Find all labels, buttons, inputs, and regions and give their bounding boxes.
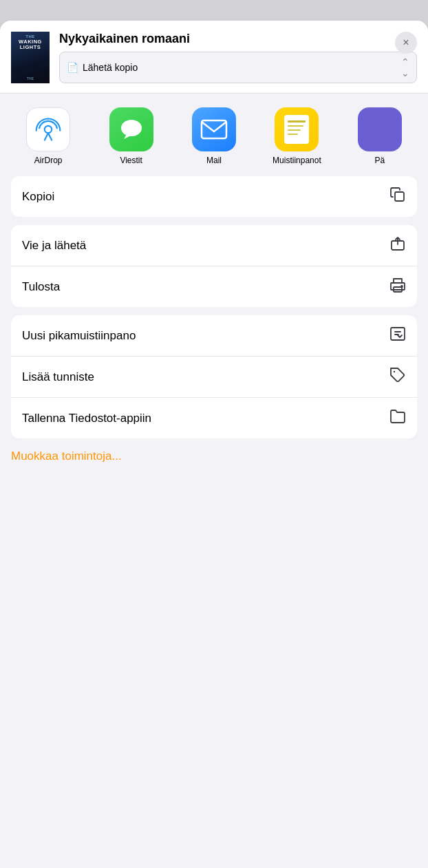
notes-line2: [288, 125, 303, 127]
close-button[interactable]: ×: [395, 32, 417, 54]
tag-action[interactable]: Lisää tunniste: [11, 357, 417, 398]
svg-line-1: [45, 133, 48, 140]
notes-icon-bg: [275, 107, 319, 151]
notes-line4: [288, 134, 297, 135]
messages-icon-bg: [109, 107, 153, 151]
action-group-1: Kopioi: [11, 176, 417, 217]
svg-point-0: [45, 126, 52, 133]
app-partial[interactable]: Pä: [339, 107, 421, 165]
copy-icon: [389, 187, 406, 207]
mail-label: Mail: [206, 156, 222, 165]
share-sheet: THE WAKINGLIGHTS THE Nykyaikainen romaan…: [0, 21, 428, 868]
svg-line-2: [48, 133, 52, 140]
quicknote-icon: [389, 326, 406, 346]
action-group-2: Vie ja lähetä Tulosta: [11, 225, 417, 307]
notes-pad: [284, 115, 309, 144]
files-icon: [389, 408, 406, 428]
export-label: Vie ja lähetä: [22, 239, 86, 253]
print-action[interactable]: Tulosta: [11, 266, 417, 307]
close-icon: ×: [403, 36, 409, 49]
app-messages[interactable]: Viestit: [89, 107, 172, 165]
files-action[interactable]: Tallenna Tiedostot-appiin: [11, 398, 417, 438]
header-info: Nykyaikainen romaani 📄 Lähetä kopio ⌃⌄: [59, 32, 417, 83]
app-notes[interactable]: Muistiinpanot: [255, 107, 338, 165]
apps-row: AirDrop Viestit Mail: [7, 107, 421, 165]
send-copy-button[interactable]: 📄 Lähetä kopio ⌃⌄: [59, 52, 417, 83]
apps-section: AirDrop Viestit Mail: [0, 94, 428, 176]
book-line2: WAKINGLIGHTS: [12, 39, 48, 51]
chevron-updown-icon: ⌃⌄: [401, 56, 409, 78]
export-action[interactable]: Vie ja lähetä: [11, 225, 417, 266]
quicknote-action[interactable]: Uusi pikamuistiinpano: [11, 315, 417, 357]
app-airdrop[interactable]: AirDrop: [7, 107, 89, 165]
tag-label: Lisää tunniste: [22, 370, 94, 384]
mail-icon-bg: [192, 107, 236, 151]
export-icon: [389, 235, 406, 255]
edit-actions-label: Muokkaa toimintoja...: [11, 449, 122, 463]
svg-rect-5: [202, 120, 226, 138]
mail-svg-icon: [200, 119, 228, 140]
airdrop-icon-bg: [26, 107, 70, 151]
book-cover: THE WAKINGLIGHTS THE: [11, 32, 50, 83]
copy-label: Kopioi: [22, 190, 54, 204]
copy-action[interactable]: Kopioi: [11, 176, 417, 217]
svg-rect-11: [391, 328, 405, 340]
partial-icon-bg: [358, 107, 402, 151]
quicknote-label: Uusi pikamuistiinpano: [22, 329, 136, 343]
share-header: THE WAKINGLIGHTS THE Nykyaikainen romaan…: [0, 21, 428, 94]
send-copy-label: Lähetä kopio: [83, 62, 138, 73]
tag-icon: [389, 367, 406, 387]
svg-point-10: [401, 286, 403, 287]
files-label: Tallenna Tiedostot-appiin: [22, 412, 151, 425]
airdrop-label: AirDrop: [34, 156, 63, 165]
partial-label: Pä: [374, 156, 385, 165]
airdrop-svg-icon: [35, 116, 61, 142]
book-author: THE: [12, 76, 48, 81]
notes-label: Muistiinpanot: [272, 156, 321, 165]
svg-rect-6: [395, 192, 404, 201]
messages-svg-icon: [118, 116, 145, 142]
app-mail[interactable]: Mail: [173, 107, 255, 165]
action-group-3: Uusi pikamuistiinpano Lisää tunniste Tal…: [11, 315, 417, 438]
print-icon: [389, 277, 406, 297]
notes-line3: [288, 129, 300, 131]
edit-actions-link[interactable]: Muokkaa toimintoja...: [0, 447, 428, 480]
svg-point-3: [121, 120, 142, 136]
notes-line1: [288, 120, 306, 123]
book-title: Nykyaikainen romaani: [59, 32, 417, 46]
print-label: Tulosta: [22, 280, 60, 294]
doc-icon: 📄: [67, 62, 78, 73]
messages-label: Viestit: [120, 156, 142, 165]
